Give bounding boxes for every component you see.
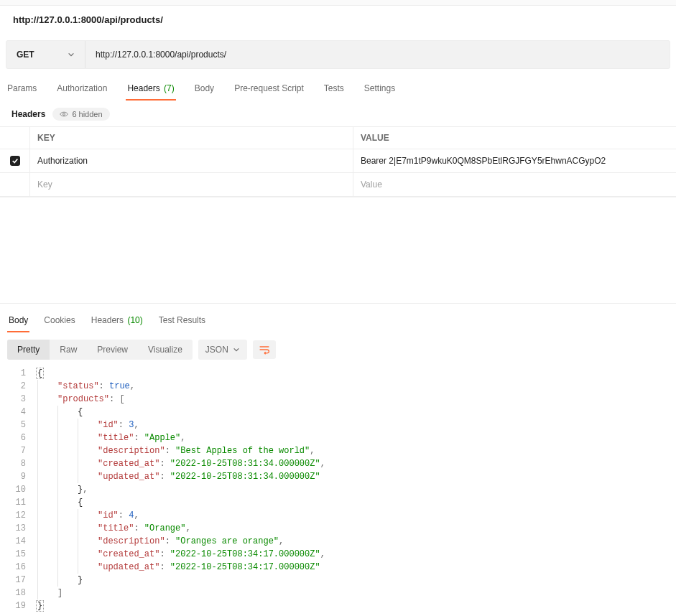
chevron-down-icon <box>233 346 240 353</box>
table-header-check <box>0 127 30 149</box>
table-row-empty: Key Value <box>0 173 676 197</box>
line-gutter: 12345678910111213141516171819 <box>0 367 36 612</box>
http-method-select[interactable]: GET <box>6 41 85 68</box>
request-url-bar: GET http://127.0.0.1:8000/api/products/ <box>6 40 670 69</box>
resp-tab-body[interactable]: Body <box>7 311 29 332</box>
row-value-cell[interactable]: Bearer 2|E7m1tP9wkuK0QM8SPbEtlRGJFGY5rEh… <box>353 149 676 172</box>
view-mode-group: Pretty Raw Preview Visualize <box>7 340 193 360</box>
view-visualize[interactable]: Visualize <box>138 340 193 360</box>
view-pretty[interactable]: Pretty <box>7 340 50 360</box>
table-header-key: KEY <box>30 127 353 149</box>
response-tabs: Body Cookies Headers (10) Test Results <box>0 311 676 332</box>
tab-prerequest[interactable]: Pre-request Script <box>233 79 305 101</box>
http-method-value: GET <box>17 50 34 60</box>
tab-params[interactable]: Params <box>6 79 38 101</box>
headers-subheader: Headers 6 hidden <box>0 101 676 126</box>
row-check-cell[interactable] <box>0 149 30 172</box>
resp-tab-testresults[interactable]: Test Results <box>157 311 207 332</box>
table-header-row: KEY VALUE <box>0 127 676 149</box>
resp-tab-cookies[interactable]: Cookies <box>42 311 76 332</box>
resp-tab-headers[interactable]: Headers (10) <box>90 311 144 332</box>
url-input[interactable]: http://127.0.0.1:8000/api/products/ <box>85 41 670 68</box>
response-body-code[interactable]: 12345678910111213141516171819 {"status":… <box>0 364 676 612</box>
request-tabs: Params Authorization Headers (7) Body Pr… <box>0 79 676 101</box>
hidden-headers-text: 6 hidden <box>72 110 102 118</box>
row-check-cell-empty <box>0 173 30 196</box>
wrap-icon <box>259 345 270 355</box>
table-row: Authorization Bearer 2|E7m1tP9wkuK0QM8SP… <box>0 149 676 173</box>
eye-icon <box>60 110 68 118</box>
table-header-value: VALUE <box>353 127 676 149</box>
row-key-cell[interactable]: Authorization <box>30 149 353 172</box>
window-tab-strip <box>0 0 676 6</box>
tab-settings[interactable]: Settings <box>363 79 397 101</box>
resp-tab-headers-count: (10) <box>127 315 142 325</box>
code-content: {"status": true,"products": [{"id": 3,"t… <box>36 367 676 612</box>
chevron-down-icon <box>68 51 75 58</box>
headers-label: Headers <box>11 109 45 119</box>
hidden-headers-toggle[interactable]: 6 hidden <box>52 108 109 121</box>
svg-point-0 <box>63 113 65 116</box>
response-panel: Body Cookies Headers (10) Test Results P… <box>0 303 676 612</box>
tab-tests[interactable]: Tests <box>323 79 346 101</box>
checkbox-icon <box>10 156 20 166</box>
resp-tab-headers-label: Headers <box>91 315 124 325</box>
wrap-lines-button[interactable] <box>253 340 276 359</box>
tab-authorization[interactable]: Authorization <box>55 79 108 101</box>
response-toolbar: Pretty Raw Preview Visualize JSON <box>0 332 676 364</box>
view-preview[interactable]: Preview <box>87 340 138 360</box>
url-input-value: http://127.0.0.1:8000/api/products/ <box>96 50 226 60</box>
tab-headers-count: (7) <box>164 83 175 93</box>
headers-table: KEY VALUE Authorization Bearer 2|E7m1tP9… <box>0 126 676 197</box>
row-key-placeholder[interactable]: Key <box>30 173 353 196</box>
tab-body[interactable]: Body <box>193 79 216 101</box>
tab-headers-label: Headers <box>127 83 159 93</box>
format-select[interactable]: JSON <box>198 340 247 360</box>
tab-headers[interactable]: Headers (7) <box>126 79 175 101</box>
format-select-value: JSON <box>205 345 228 355</box>
view-raw[interactable]: Raw <box>50 340 87 360</box>
row-value-placeholder[interactable]: Value <box>353 173 676 196</box>
request-title: http://127.0.0.1:8000/api/products/ <box>0 6 676 33</box>
